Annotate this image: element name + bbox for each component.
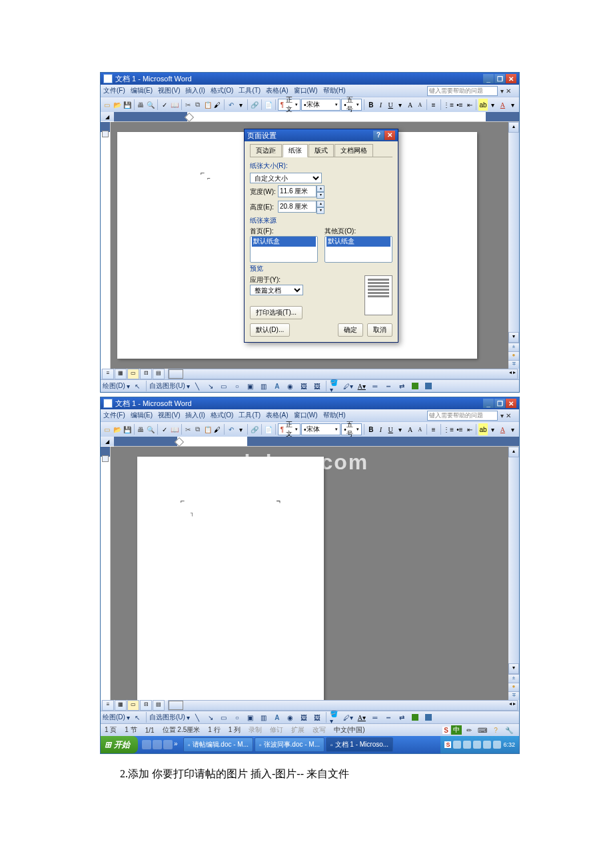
tray-app-icon[interactable] bbox=[493, 741, 501, 749]
decrease-indent-icon[interactable]: ⇤ bbox=[465, 423, 474, 435]
status-language[interactable]: 中文(中国) bbox=[334, 725, 365, 735]
paper-size-select[interactable]: 自定义大小 bbox=[250, 173, 322, 183]
outline-view-icon[interactable]: ⊟ bbox=[140, 369, 152, 379]
menu-view[interactable]: 视图(V) bbox=[158, 411, 180, 420]
research-icon[interactable]: 📖 bbox=[170, 99, 179, 111]
picture-icon[interactable]: 🖼 bbox=[311, 380, 323, 392]
normal-view-icon[interactable]: ≡ bbox=[102, 700, 114, 711]
size-combo[interactable]: • 五号▾ bbox=[341, 423, 362, 435]
autoshapes-menu[interactable]: 自选图形(U) bbox=[149, 381, 185, 391]
style-combo[interactable]: ¶ 正文▾ bbox=[278, 99, 301, 111]
cut-icon[interactable]: ✂ bbox=[183, 99, 193, 111]
font-combo[interactable]: • 宋体▾ bbox=[301, 99, 340, 111]
ime-keyboard-icon[interactable]: ⌨ bbox=[476, 724, 488, 736]
ime-help-icon[interactable]: ? bbox=[490, 724, 502, 736]
decrease-indent-icon[interactable]: ⇤ bbox=[465, 99, 474, 111]
dialog-close-button[interactable]: ✕ bbox=[384, 131, 395, 140]
menu-window[interactable]: 窗口(W) bbox=[294, 411, 318, 420]
menu-file[interactable]: 文件(F) bbox=[103, 86, 125, 95]
copy-icon[interactable]: ⧉ bbox=[193, 423, 203, 435]
next-page-icon[interactable]: ∓ bbox=[508, 360, 519, 369]
line-icon[interactable]: ╲ bbox=[191, 711, 203, 723]
reading-view-icon[interactable]: ▤ bbox=[153, 369, 165, 379]
taskbar-item[interactable]: ▫请帖编辑.doc - M... bbox=[183, 737, 253, 752]
line-style-icon[interactable]: ═ bbox=[369, 380, 381, 392]
menu-insert[interactable]: 插入(I) bbox=[185, 86, 205, 95]
underline-button[interactable]: U bbox=[386, 423, 395, 435]
quick-launch-media-icon[interactable] bbox=[163, 740, 173, 749]
grow-font-icon[interactable]: A bbox=[406, 423, 415, 435]
line-color-icon[interactable]: 🖊▾ bbox=[342, 711, 354, 723]
tab-margins[interactable]: 页边距 bbox=[250, 144, 282, 157]
menu-view[interactable]: 视图(V) bbox=[158, 86, 180, 95]
maximize-button[interactable]: ❐ bbox=[494, 399, 505, 408]
font-color-dropdown-icon[interactable]: ▾ bbox=[508, 99, 517, 111]
ime-setting-icon[interactable]: 🔧 bbox=[503, 724, 515, 736]
menu-edit[interactable]: 编辑(E) bbox=[131, 86, 153, 95]
bold-button[interactable]: B bbox=[366, 99, 376, 111]
normal-view-icon[interactable]: ≡ bbox=[102, 369, 114, 379]
web-view-icon[interactable]: ▦ bbox=[115, 369, 127, 379]
dash-style-icon[interactable]: ┅ bbox=[382, 380, 394, 392]
textbox-icon[interactable]: ▣ bbox=[245, 380, 257, 392]
width-input[interactable] bbox=[278, 185, 316, 197]
clipart-icon[interactable]: 🖼 bbox=[298, 380, 310, 392]
spell-check-icon[interactable]: ✓ bbox=[160, 99, 169, 111]
maximize-button[interactable]: ❐ bbox=[494, 74, 505, 83]
diagram-icon[interactable]: ◉ bbox=[285, 380, 297, 392]
print-view-icon[interactable]: ▭ bbox=[127, 369, 139, 379]
taskbar-item[interactable]: ▫张波同事.doc - M... bbox=[255, 737, 324, 752]
undo-dropdown-icon[interactable]: ▾ bbox=[237, 99, 246, 111]
font-color-draw-icon[interactable]: A▾ bbox=[356, 711, 368, 723]
apply-to-select[interactable]: 整篇文档 bbox=[250, 285, 303, 295]
tab-grid[interactable]: 文档网格 bbox=[334, 144, 373, 157]
font-color-dropdown-icon[interactable]: ▾ bbox=[508, 423, 517, 435]
arrow-icon[interactable]: ↘ bbox=[205, 380, 217, 392]
height-spinner[interactable]: ▴▾ bbox=[316, 201, 324, 214]
prev-page-icon[interactable]: ± bbox=[508, 674, 519, 683]
numbered-list-icon[interactable]: ⋮≡ bbox=[442, 99, 454, 111]
paste-icon[interactable]: 📋 bbox=[203, 423, 213, 435]
font-color-icon[interactable]: A bbox=[498, 423, 508, 435]
dash-style-icon[interactable]: ┅ bbox=[382, 711, 394, 723]
read-mode-icon[interactable]: 📄 bbox=[264, 423, 273, 435]
vertical-ruler[interactable] bbox=[101, 447, 111, 700]
autoshapes-menu[interactable]: 自选图形(U) bbox=[149, 713, 185, 722]
horizontal-ruler[interactable]: ◢ bbox=[114, 437, 519, 447]
bulleted-list-icon[interactable]: •≡ bbox=[455, 423, 464, 435]
dialog-title-bar[interactable]: 页面设置 ? ✕ bbox=[245, 129, 398, 141]
undo-icon[interactable]: ↶ bbox=[227, 99, 236, 111]
shrink-font-icon[interactable]: A bbox=[415, 99, 424, 111]
menu-edit[interactable]: 编辑(E) bbox=[131, 411, 153, 420]
diagram-icon[interactable]: ◉ bbox=[285, 711, 297, 723]
menu-tools[interactable]: 工具(T) bbox=[239, 86, 261, 95]
highlight-dropdown-icon[interactable]: ▾ bbox=[488, 423, 498, 435]
tab-layout[interactable]: 版式 bbox=[308, 144, 334, 157]
wordart-icon[interactable]: A bbox=[271, 380, 283, 392]
align-justify-icon[interactable]: ≡ bbox=[429, 99, 438, 111]
oval-icon[interactable]: ○ bbox=[231, 711, 243, 723]
ok-button[interactable]: 确定 bbox=[338, 323, 363, 337]
menu-help[interactable]: 帮助(H) bbox=[323, 411, 346, 420]
numbered-list-icon[interactable]: ⋮≡ bbox=[442, 423, 454, 435]
undo-icon[interactable]: ↶ bbox=[227, 423, 236, 435]
fill-color-icon[interactable]: 🪣▾ bbox=[329, 380, 341, 392]
size-combo[interactable]: • 五号▾ bbox=[341, 99, 362, 111]
line-color-icon[interactable]: 🖊▾ bbox=[342, 380, 354, 392]
taskbar-item[interactable]: ▫文档 1 - Microso... bbox=[326, 737, 393, 752]
arrow-icon[interactable]: ↘ bbox=[205, 711, 217, 723]
ruler-corner-icon[interactable]: ◢ bbox=[101, 437, 115, 446]
format-painter-icon[interactable]: 🖌 bbox=[213, 423, 223, 435]
status-overwrite[interactable]: 改写 bbox=[312, 725, 326, 735]
spell-check-icon[interactable]: ✓ bbox=[160, 423, 169, 435]
status-revision[interactable]: 修订 bbox=[270, 725, 283, 735]
arrow-style-icon[interactable]: ⇄ bbox=[396, 380, 408, 392]
outline-view-icon[interactable]: ⊟ bbox=[140, 700, 152, 711]
vertical-ruler[interactable] bbox=[101, 122, 111, 369]
quick-launch-ie-icon[interactable] bbox=[142, 740, 151, 749]
vertical-scrollbar[interactable]: ▴▾ ±●∓ bbox=[508, 122, 519, 369]
print-icon[interactable]: 🖶 bbox=[136, 423, 145, 435]
print-view-icon[interactable]: ▭ bbox=[127, 700, 139, 711]
highlight-dropdown-icon[interactable]: ▾ bbox=[488, 99, 498, 111]
vertical-textbox-icon[interactable]: ▥ bbox=[258, 380, 270, 392]
